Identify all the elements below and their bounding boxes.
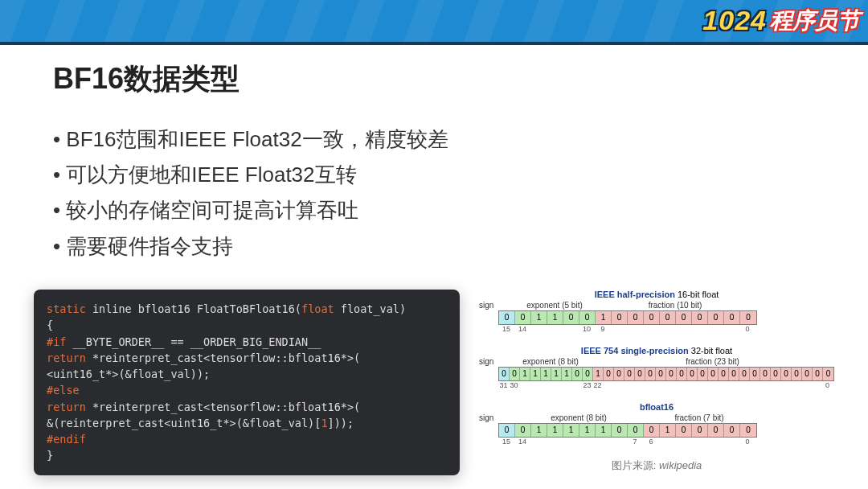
bullet-item: 需要硬件指令支持 bbox=[53, 228, 815, 264]
bit-index: 10 bbox=[583, 325, 591, 333]
bit-cell: 0 bbox=[515, 311, 531, 324]
bit-cell: 1 bbox=[547, 424, 563, 437]
bit-cell: 0 bbox=[499, 311, 515, 324]
bit-cell: 0 bbox=[612, 424, 628, 437]
bit-index: 14 bbox=[518, 438, 526, 446]
bit-cell: 0 bbox=[771, 368, 781, 380]
sign-label: sign bbox=[479, 413, 498, 422]
bit-cell: 0 bbox=[698, 368, 708, 380]
bit-cell: 0 bbox=[563, 311, 579, 324]
bit-cell: 0 bbox=[510, 368, 520, 380]
bit-cell: 0 bbox=[612, 311, 628, 324]
bullet-item: BF16范围和IEEE Float32一致，精度较差 bbox=[53, 121, 815, 157]
bullet-item: 较小的存储空间可提高计算吞吐 bbox=[53, 192, 815, 228]
bit-cell: 1 bbox=[541, 368, 551, 380]
sign-label: sign bbox=[479, 301, 498, 310]
bit-cell: 0 bbox=[676, 311, 692, 324]
bit-cell: 1 bbox=[593, 368, 604, 380]
bit-index: 14 bbox=[518, 325, 526, 333]
diagram-fp32: IEEE 754 single-precision 32-bit float s… bbox=[479, 346, 834, 391]
bit-cell: 0 bbox=[708, 424, 724, 437]
bit-index: 0 bbox=[825, 381, 829, 389]
bit-cell: 0 bbox=[666, 368, 677, 380]
bit-cell: 0 bbox=[719, 368, 729, 380]
bit-cell: 0 bbox=[656, 368, 666, 380]
bit-cell: 0 bbox=[604, 368, 614, 380]
lower-row: static inline bfloat16 FloatToBFloat16(f… bbox=[34, 290, 834, 475]
bit-cell: 0 bbox=[660, 311, 676, 324]
bit-cell: 0 bbox=[708, 311, 724, 324]
slide-body: BF16数据类型 BF16范围和IEEE Float32一致，精度较差 可以方便… bbox=[53, 60, 815, 264]
diagram-fp16: IEEE half-precision 16-bit float sign ex… bbox=[479, 290, 834, 335]
diagram-title: bfloat16 bbox=[479, 402, 834, 412]
bit-cell: 0 bbox=[499, 368, 510, 380]
bit-cell: 0 bbox=[677, 368, 687, 380]
bit-cell: 0 bbox=[687, 368, 698, 380]
field-labels: exponent (8 bit) fraction (23 bit) bbox=[498, 357, 834, 366]
bit-index: 0 bbox=[745, 438, 749, 446]
bit-cell: 0 bbox=[781, 368, 792, 380]
bit-cell: 1 bbox=[530, 368, 541, 380]
bit-cell: 1 bbox=[520, 368, 530, 380]
code-block: static inline bfloat16 FloatToBFloat16(f… bbox=[34, 290, 460, 475]
bit-cell: 0 bbox=[579, 311, 596, 324]
bit-cell: 0 bbox=[692, 311, 708, 324]
bit-cell: 1 bbox=[563, 424, 579, 437]
diagram-bf16: bfloat16 sign exponent (8 bit) fraction … bbox=[479, 402, 834, 447]
bit-index: 0 bbox=[745, 325, 749, 333]
bit-cell: 0 bbox=[676, 424, 692, 437]
bit-index: 22 bbox=[593, 381, 601, 389]
bit-cell: 0 bbox=[644, 311, 660, 324]
logo-text: 程序员节 bbox=[770, 6, 860, 36]
diagram-title: IEEE 754 single-precision 32-bit float bbox=[479, 346, 834, 355]
bit-cell: 0 bbox=[724, 424, 740, 437]
bit-index: 23 bbox=[583, 381, 591, 389]
bit-cell: 0 bbox=[760, 368, 771, 380]
bit-cell: 0 bbox=[724, 311, 740, 324]
bit-cell: 0 bbox=[740, 311, 756, 324]
bit-cell: 0 bbox=[802, 368, 813, 380]
bit-index: 9 bbox=[600, 325, 604, 333]
bit-cell: 0 bbox=[792, 368, 802, 380]
diagram-title: IEEE half-precision 16-bit float bbox=[479, 290, 834, 299]
bit-cell: 0 bbox=[708, 368, 719, 380]
bit-cell: 0 bbox=[692, 424, 708, 437]
bit-cell: 0 bbox=[729, 368, 739, 380]
field-labels: exponent (5 bit) fraction (10 bit) bbox=[498, 301, 834, 310]
slide: 1024 程序员节 BF16数据类型 BF16范围和IEEE Float32一致… bbox=[0, 0, 868, 489]
bit-row: 0011001000000000 bbox=[498, 310, 757, 325]
bit-index: 31 bbox=[499, 381, 507, 389]
bit-index-row: 1514760 bbox=[498, 438, 755, 447]
bit-cell: 1 bbox=[562, 368, 572, 380]
bit-index-row: 15141090 bbox=[498, 325, 755, 335]
bit-cell: 0 bbox=[750, 368, 760, 380]
bit-cell: 0 bbox=[583, 368, 593, 380]
bit-cell: 0 bbox=[644, 424, 660, 437]
bit-index: 6 bbox=[649, 438, 653, 446]
sign-label: sign bbox=[479, 357, 498, 366]
bit-index: 15 bbox=[502, 438, 510, 446]
bit-cell: 0 bbox=[813, 368, 823, 380]
bit-cell: 1 bbox=[547, 311, 563, 324]
bit-index: 30 bbox=[510, 381, 518, 389]
bit-cell: 1 bbox=[660, 424, 676, 437]
bit-cell: 0 bbox=[740, 424, 756, 437]
bit-index: 15 bbox=[502, 325, 510, 333]
bit-cell: 1 bbox=[579, 424, 596, 437]
bullet-list: BF16范围和IEEE Float32一致，精度较差 可以方便地和IEEE Fl… bbox=[53, 121, 815, 264]
bit-cell: 0 bbox=[624, 368, 635, 380]
image-caption: 图片来源: wikipedia bbox=[479, 458, 834, 473]
bit-cell: 0 bbox=[572, 368, 583, 380]
bit-cell: 1 bbox=[596, 311, 612, 324]
bit-cell: 1 bbox=[531, 424, 547, 437]
bit-cell: 0 bbox=[739, 368, 750, 380]
bit-cell: 0 bbox=[635, 368, 645, 380]
bit-diagrams: IEEE half-precision 16-bit float sign ex… bbox=[479, 290, 834, 473]
logo-number: 1024 bbox=[702, 5, 767, 36]
event-logo: 1024 程序员节 bbox=[702, 5, 860, 36]
bullet-item: 可以方便地和IEEE Float32互转 bbox=[53, 157, 815, 192]
bit-cell: 0 bbox=[515, 424, 531, 437]
slide-title: BF16数据类型 bbox=[53, 60, 815, 99]
bit-cell: 0 bbox=[645, 368, 656, 380]
bit-cell: 0 bbox=[823, 368, 833, 380]
